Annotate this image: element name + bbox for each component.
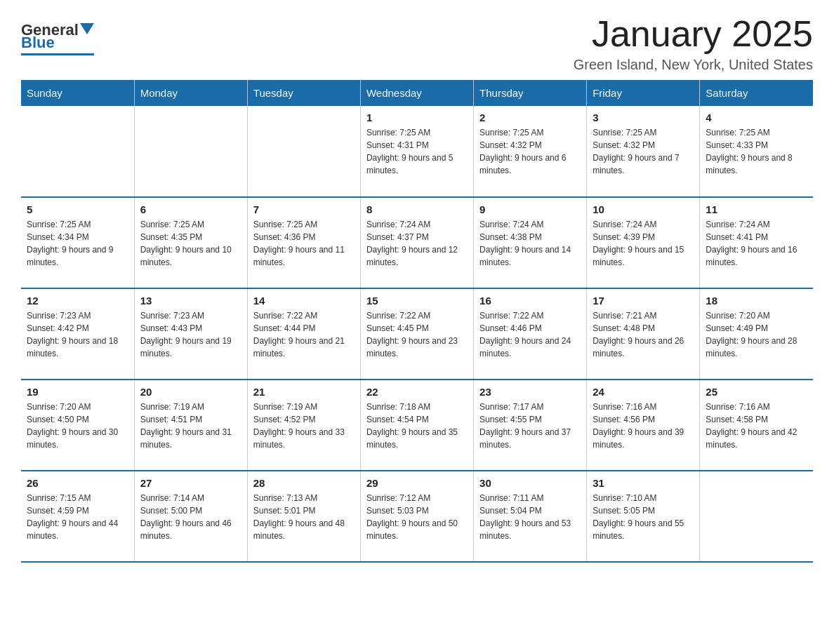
calendar-cell: 19Sunrise: 7:20 AM Sunset: 4:50 PM Dayli… — [21, 380, 134, 471]
day-number: 22 — [366, 386, 468, 398]
calendar-cell: 6Sunrise: 7:25 AM Sunset: 4:35 PM Daylig… — [134, 197, 247, 288]
day-info: Sunrise: 7:13 AM Sunset: 5:01 PM Dayligh… — [253, 492, 355, 542]
calendar-week-2: 5Sunrise: 7:25 AM Sunset: 4:34 PM Daylig… — [21, 197, 813, 288]
calendar-header-wednesday: Wednesday — [360, 80, 473, 106]
day-number: 29 — [366, 477, 468, 489]
calendar-cell — [21, 106, 134, 197]
day-info: Sunrise: 7:25 AM Sunset: 4:32 PM Dayligh… — [479, 126, 581, 177]
day-info: Sunrise: 7:25 AM Sunset: 4:36 PM Dayligh… — [253, 218, 355, 269]
calendar-table: SundayMondayTuesdayWednesdayThursdayFrid… — [21, 80, 813, 563]
day-number: 26 — [27, 477, 128, 489]
day-number: 1 — [366, 112, 468, 123]
calendar-header-sunday: Sunday — [21, 80, 134, 106]
calendar-header-saturday: Saturday — [700, 80, 813, 106]
day-info: Sunrise: 7:16 AM Sunset: 4:58 PM Dayligh… — [706, 401, 807, 451]
day-info: Sunrise: 7:23 AM Sunset: 4:43 PM Dayligh… — [140, 309, 241, 360]
day-number: 24 — [593, 386, 694, 398]
calendar-cell: 24Sunrise: 7:16 AM Sunset: 4:56 PM Dayli… — [587, 380, 700, 471]
day-number: 6 — [140, 203, 241, 215]
day-number: 13 — [140, 295, 241, 307]
calendar-cell: 17Sunrise: 7:21 AM Sunset: 4:48 PM Dayli… — [587, 288, 700, 380]
day-number: 23 — [479, 386, 581, 398]
day-number: 18 — [706, 295, 807, 307]
day-number: 3 — [593, 112, 694, 123]
day-number: 25 — [706, 386, 807, 398]
calendar-cell: 20Sunrise: 7:19 AM Sunset: 4:51 PM Dayli… — [134, 380, 247, 471]
day-number: 16 — [479, 295, 581, 307]
calendar-cell: 1Sunrise: 7:25 AM Sunset: 4:31 PM Daylig… — [360, 106, 473, 197]
calendar-week-1: 1Sunrise: 7:25 AM Sunset: 4:31 PM Daylig… — [21, 106, 813, 197]
day-info: Sunrise: 7:15 AM Sunset: 4:59 PM Dayligh… — [27, 492, 128, 542]
day-info: Sunrise: 7:16 AM Sunset: 4:56 PM Dayligh… — [593, 401, 694, 451]
subtitle: Green Island, New York, United States — [574, 57, 813, 73]
calendar-cell: 25Sunrise: 7:16 AM Sunset: 4:58 PM Dayli… — [700, 380, 813, 471]
title-section: January 2025 Green Island, New York, Uni… — [574, 14, 813, 73]
calendar-cell: 27Sunrise: 7:14 AM Sunset: 5:00 PM Dayli… — [134, 471, 247, 562]
calendar-week-4: 19Sunrise: 7:20 AM Sunset: 4:50 PM Dayli… — [21, 380, 813, 471]
day-info: Sunrise: 7:17 AM Sunset: 4:55 PM Dayligh… — [479, 401, 581, 451]
calendar-header-thursday: Thursday — [474, 80, 587, 106]
calendar-header-row: SundayMondayTuesdayWednesdayThursdayFrid… — [21, 80, 813, 106]
calendar-cell: 3Sunrise: 7:25 AM Sunset: 4:32 PM Daylig… — [587, 106, 700, 197]
calendar-cell: 11Sunrise: 7:24 AM Sunset: 4:41 PM Dayli… — [700, 197, 813, 288]
calendar-header-friday: Friday — [587, 80, 700, 106]
day-number: 7 — [253, 203, 355, 215]
calendar-cell — [700, 471, 813, 562]
day-info: Sunrise: 7:20 AM Sunset: 4:49 PM Dayligh… — [706, 309, 807, 360]
calendar-cell: 30Sunrise: 7:11 AM Sunset: 5:04 PM Dayli… — [474, 471, 587, 562]
day-info: Sunrise: 7:11 AM Sunset: 5:04 PM Dayligh… — [479, 492, 581, 542]
day-info: Sunrise: 7:22 AM Sunset: 4:45 PM Dayligh… — [366, 309, 468, 360]
day-number: 28 — [253, 477, 355, 489]
day-number: 12 — [27, 295, 128, 307]
calendar-cell: 15Sunrise: 7:22 AM Sunset: 4:45 PM Dayli… — [360, 288, 473, 380]
day-number: 31 — [593, 477, 694, 489]
day-info: Sunrise: 7:14 AM Sunset: 5:00 PM Dayligh… — [140, 492, 241, 542]
day-number: 8 — [366, 203, 468, 215]
calendar-cell: 2Sunrise: 7:25 AM Sunset: 4:32 PM Daylig… — [474, 106, 587, 197]
calendar-cell: 18Sunrise: 7:20 AM Sunset: 4:49 PM Dayli… — [700, 288, 813, 380]
day-info: Sunrise: 7:25 AM Sunset: 4:34 PM Dayligh… — [27, 218, 128, 269]
day-info: Sunrise: 7:24 AM Sunset: 4:41 PM Dayligh… — [706, 218, 807, 269]
day-number: 19 — [27, 386, 128, 398]
day-number: 27 — [140, 477, 241, 489]
logo-blue-text: Blue — [21, 34, 55, 52]
day-number: 14 — [253, 295, 355, 307]
day-number: 15 — [366, 295, 468, 307]
day-number: 17 — [593, 295, 694, 307]
logo-line — [21, 53, 94, 55]
day-info: Sunrise: 7:24 AM Sunset: 4:37 PM Dayligh… — [366, 218, 468, 269]
calendar-cell: 12Sunrise: 7:23 AM Sunset: 4:42 PM Dayli… — [21, 288, 134, 380]
day-number: 11 — [706, 203, 807, 215]
day-number: 30 — [479, 477, 581, 489]
calendar-cell: 26Sunrise: 7:15 AM Sunset: 4:59 PM Dayli… — [21, 471, 134, 562]
day-number: 20 — [140, 386, 241, 398]
day-info: Sunrise: 7:25 AM Sunset: 4:35 PM Dayligh… — [140, 218, 241, 269]
calendar-week-3: 12Sunrise: 7:23 AM Sunset: 4:42 PM Dayli… — [21, 288, 813, 380]
calendar-week-5: 26Sunrise: 7:15 AM Sunset: 4:59 PM Dayli… — [21, 471, 813, 562]
calendar-cell: 31Sunrise: 7:10 AM Sunset: 5:05 PM Dayli… — [587, 471, 700, 562]
calendar-cell: 13Sunrise: 7:23 AM Sunset: 4:43 PM Dayli… — [134, 288, 247, 380]
calendar-cell: 21Sunrise: 7:19 AM Sunset: 4:52 PM Dayli… — [247, 380, 360, 471]
calendar-cell: 23Sunrise: 7:17 AM Sunset: 4:55 PM Dayli… — [474, 380, 587, 471]
calendar-header-tuesday: Tuesday — [247, 80, 360, 106]
logo: General Blue — [21, 21, 94, 55]
calendar-header: SundayMondayTuesdayWednesdayThursdayFrid… — [21, 80, 813, 106]
calendar-cell: 29Sunrise: 7:12 AM Sunset: 5:03 PM Dayli… — [360, 471, 473, 562]
calendar-header-monday: Monday — [134, 80, 247, 106]
day-info: Sunrise: 7:25 AM Sunset: 4:33 PM Dayligh… — [706, 126, 807, 177]
main-title: January 2025 — [574, 14, 813, 54]
calendar-cell — [247, 106, 360, 197]
calendar-cell: 8Sunrise: 7:24 AM Sunset: 4:37 PM Daylig… — [360, 197, 473, 288]
day-info: Sunrise: 7:22 AM Sunset: 4:46 PM Dayligh… — [479, 309, 581, 360]
day-info: Sunrise: 7:25 AM Sunset: 4:31 PM Dayligh… — [366, 126, 468, 177]
calendar-cell: 14Sunrise: 7:22 AM Sunset: 4:44 PM Dayli… — [247, 288, 360, 380]
calendar-cell: 9Sunrise: 7:24 AM Sunset: 4:38 PM Daylig… — [474, 197, 587, 288]
calendar-cell: 28Sunrise: 7:13 AM Sunset: 5:01 PM Dayli… — [247, 471, 360, 562]
day-info: Sunrise: 7:19 AM Sunset: 4:52 PM Dayligh… — [253, 401, 355, 451]
day-info: Sunrise: 7:19 AM Sunset: 4:51 PM Dayligh… — [140, 401, 241, 451]
day-number: 5 — [27, 203, 128, 215]
day-info: Sunrise: 7:24 AM Sunset: 4:38 PM Dayligh… — [479, 218, 581, 269]
page-header: General Blue January 2025 Green Island, … — [21, 14, 813, 73]
calendar-cell — [134, 106, 247, 197]
calendar-cell: 16Sunrise: 7:22 AM Sunset: 4:46 PM Dayli… — [474, 288, 587, 380]
